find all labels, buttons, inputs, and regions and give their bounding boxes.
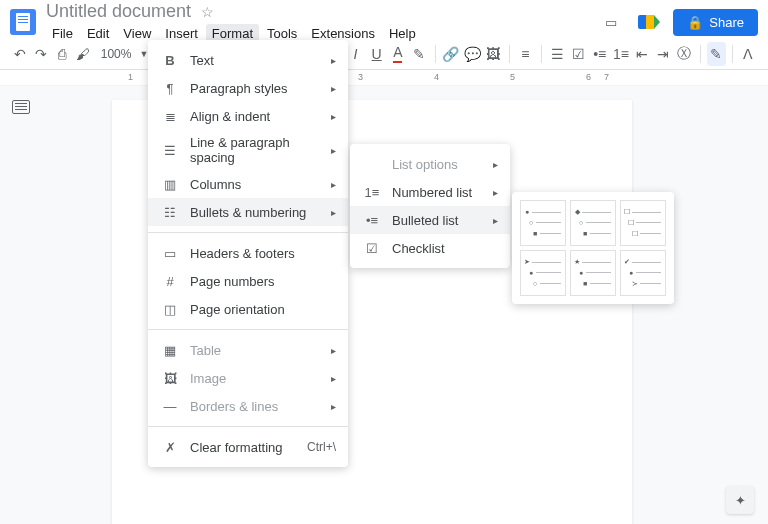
bulleted-icon: •≡ — [362, 213, 382, 228]
paragraph-icon: ¶ — [160, 81, 180, 96]
docs-logo[interactable] — [10, 9, 36, 35]
submenu-bulleted-list[interactable]: •≡Bulleted list▸ — [350, 206, 510, 234]
clear-format-icon[interactable]: Ⓧ — [675, 42, 694, 66]
meet-icon[interactable] — [635, 8, 663, 36]
decrease-indent-icon[interactable]: ⇤ — [632, 42, 651, 66]
format-borders-lines: —Borders & lines▸ — [148, 392, 348, 420]
menu-edit[interactable]: Edit — [81, 24, 115, 43]
chevron-right-icon: ▸ — [493, 159, 498, 170]
format-headers-footers[interactable]: ▭Headers & footers — [148, 239, 348, 267]
format-text[interactable]: BText▸ — [148, 46, 348, 74]
line-spacing-icon[interactable]: ☰ — [548, 42, 567, 66]
chevron-right-icon: ▸ — [331, 401, 336, 412]
print-icon[interactable]: ⎙ — [52, 42, 71, 66]
comment-icon[interactable]: 💬 — [463, 42, 482, 66]
format-dropdown: BText▸ ¶Paragraph styles▸ ≣Align & inden… — [148, 40, 348, 467]
format-bullets-numbering[interactable]: ☷Bullets & numbering▸ — [148, 198, 348, 226]
explore-button[interactable]: ✦ — [726, 486, 754, 514]
hash-icon: # — [160, 274, 180, 289]
document-title[interactable]: Untitled document — [46, 1, 191, 22]
chevron-right-icon: ▸ — [331, 55, 336, 66]
bulleted-list-icon[interactable]: •≡ — [590, 42, 609, 66]
checklist-icon: ☑ — [362, 241, 382, 256]
bullet-style-5[interactable]: ★●■ — [570, 250, 616, 296]
share-label: Share — [709, 15, 744, 30]
header-icon: ▭ — [160, 246, 180, 261]
bullet-style-picker: ●○■ ◆○■ ☐☐☐ ➤●○ ★●■ ✔●≻ — [512, 192, 674, 304]
chevron-right-icon: ▸ — [331, 207, 336, 218]
submenu-list-options: List options▸ — [350, 150, 510, 178]
format-image: 🖼Image▸ — [148, 364, 348, 392]
star-icon[interactable]: ☆ — [201, 4, 214, 20]
menu-file[interactable]: File — [46, 24, 79, 43]
numbered-list-icon[interactable]: 1≡ — [611, 42, 630, 66]
image-icon: 🖼 — [160, 371, 180, 386]
format-paragraph-styles[interactable]: ¶Paragraph styles▸ — [148, 74, 348, 102]
format-clear-formatting[interactable]: ✗Clear formattingCtrl+\ — [148, 433, 348, 461]
format-page-orientation[interactable]: ◫Page orientation — [148, 295, 348, 323]
chevron-right-icon: ▸ — [331, 373, 336, 384]
ruler[interactable]: 1 3 4 5 6 7 — [0, 70, 768, 86]
orientation-icon: ◫ — [160, 302, 180, 317]
align-icon[interactable]: ≡ — [516, 42, 535, 66]
numbered-icon: 1≡ — [362, 185, 382, 200]
align-icon: ≣ — [160, 109, 180, 124]
editing-mode-icon[interactable]: ✎ — [707, 42, 726, 66]
chevron-up-icon[interactable]: ᐱ — [739, 42, 758, 66]
submenu-numbered-list[interactable]: 1≡Numbered list▸ — [350, 178, 510, 206]
format-line-spacing[interactable]: ☰Line & paragraph spacing▸ — [148, 130, 348, 170]
paint-format-icon[interactable]: 🖌 — [74, 42, 93, 66]
chevron-right-icon: ▸ — [493, 187, 498, 198]
undo-icon[interactable]: ↶ — [10, 42, 29, 66]
table-icon: ▦ — [160, 343, 180, 358]
bullet-style-6[interactable]: ✔●≻ — [620, 250, 666, 296]
chevron-right-icon: ▸ — [331, 345, 336, 356]
link-icon[interactable]: 🔗 — [441, 42, 460, 66]
format-table: ▦Table▸ — [148, 336, 348, 364]
chevron-right-icon: ▸ — [493, 215, 498, 226]
bullet-style-4[interactable]: ➤●○ — [520, 250, 566, 296]
text-color-icon[interactable]: A — [388, 42, 407, 66]
highlight-icon[interactable]: ✎ — [409, 42, 428, 66]
chevron-right-icon: ▸ — [331, 83, 336, 94]
comment-history-icon[interactable]: ▭ — [597, 8, 625, 36]
menu-help[interactable]: Help — [383, 24, 422, 43]
columns-icon: ▥ — [160, 177, 180, 192]
chevron-right-icon: ▸ — [331, 179, 336, 190]
bullet-style-2[interactable]: ◆○■ — [570, 200, 616, 246]
line-icon: — — [160, 399, 180, 414]
underline-icon[interactable]: U — [367, 42, 386, 66]
app-header: Untitled document ☆ File Edit View Inser… — [0, 0, 768, 38]
checklist-icon[interactable]: ☑ — [569, 42, 588, 66]
spacing-icon: ☰ — [160, 143, 180, 158]
bullets-submenu: List options▸ 1≡Numbered list▸ •≡Bullete… — [350, 144, 510, 268]
list-icon: ☷ — [160, 205, 180, 220]
redo-icon[interactable]: ↷ — [31, 42, 50, 66]
chevron-right-icon: ▸ — [331, 111, 336, 122]
format-page-numbers[interactable]: #Page numbers — [148, 267, 348, 295]
bold-icon: B — [160, 53, 180, 68]
increase-indent-icon[interactable]: ⇥ — [654, 42, 673, 66]
outline-sidebar — [0, 86, 42, 524]
submenu-checklist[interactable]: ☑Checklist — [350, 234, 510, 262]
italic-icon[interactable]: I — [346, 42, 365, 66]
format-columns[interactable]: ▥Columns▸ — [148, 170, 348, 198]
zoom-select[interactable]: 100% — [95, 47, 138, 61]
lock-icon: 🔒 — [687, 15, 703, 30]
share-button[interactable]: 🔒 Share — [673, 9, 758, 36]
format-align-indent[interactable]: ≣Align & indent▸ — [148, 102, 348, 130]
outline-icon[interactable] — [12, 100, 30, 114]
clear-icon: ✗ — [160, 440, 180, 455]
bullet-style-3[interactable]: ☐☐☐ — [620, 200, 666, 246]
bullet-style-1[interactable]: ●○■ — [520, 200, 566, 246]
image-icon[interactable]: 🖼 — [484, 42, 503, 66]
chevron-right-icon: ▸ — [331, 145, 336, 156]
